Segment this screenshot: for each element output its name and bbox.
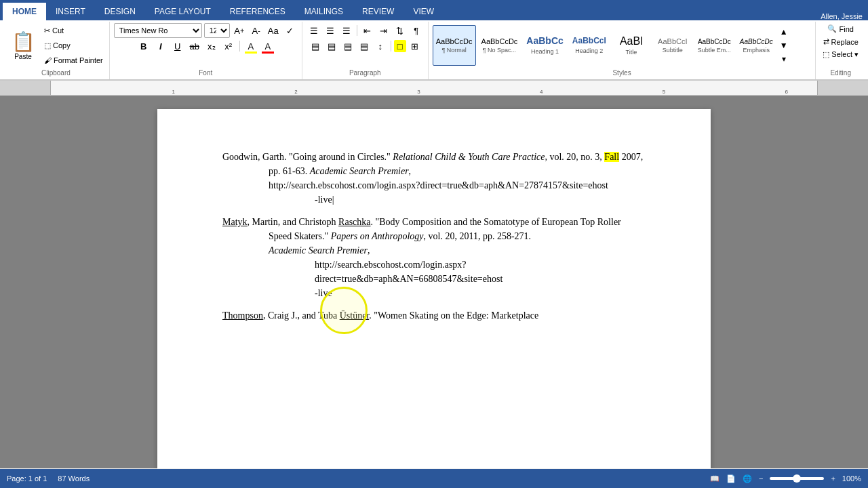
subscript-button[interactable]: x₂ (204, 39, 219, 54)
text-highlight-button[interactable]: A (243, 39, 258, 54)
style-subtle-emphasis[interactable]: AaBbCcDc Subtle Em... (694, 25, 734, 66)
select-label: Select ▾ (831, 50, 859, 59)
paragraph-label: Paragraph (307, 68, 424, 78)
font-name-select[interactable]: Times New Ro (114, 23, 202, 38)
increase-indent-button[interactable]: ⇥ (376, 23, 391, 38)
style-subtitle-label: Subtitle (663, 47, 683, 54)
tab-review[interactable]: REVIEW (353, 3, 403, 20)
ref1-url: http://search.ebscohost.com/login.aspx?d… (269, 178, 646, 207)
find-button[interactable]: 🔍 Find (825, 23, 856, 35)
increase-font-button[interactable]: A+ (232, 23, 247, 38)
font-label: Font (114, 68, 298, 78)
justify-button[interactable]: ▤ (357, 39, 372, 54)
style-heading1-label: Heading 1 (531, 48, 559, 55)
font-name-row: Times New Ro 12 A+ A- Aа ✓ (114, 23, 298, 38)
paste-button[interactable]: 📋 Paste (7, 23, 39, 68)
tab-page-layout[interactable]: PAGE LAYOUT (145, 3, 220, 20)
superscript-button[interactable]: x² (221, 39, 236, 54)
numbering-button[interactable]: ☰ (323, 23, 338, 38)
borders-button[interactable]: ⊞ (408, 39, 422, 54)
decrease-indent-button[interactable]: ⇤ (360, 23, 375, 38)
style-subtitle[interactable]: AaBbCcI Subtitle (653, 25, 692, 66)
editing-label: Editing (820, 68, 861, 78)
find-icon: 🔍 (827, 24, 837, 33)
copy-label: Copy (53, 41, 71, 49)
style-emphasis-sample: AaBbCcDc (740, 38, 773, 45)
reference-1[interactable]: Goodwin, Garth. "Going around in Circles… (222, 150, 646, 207)
multilevel-button[interactable]: ☰ (339, 23, 354, 38)
para-row1: ☰ ☰ ☰ ⇤ ⇥ ⇅ ¶ (307, 23, 424, 38)
font-format-row: B I U ab x₂ x² A A (136, 39, 275, 54)
tab-view[interactable]: VIEW (403, 3, 443, 20)
sort-button[interactable]: ⇅ (393, 23, 408, 38)
font-color-button[interactable]: A (260, 39, 275, 54)
tab-home[interactable]: HOME (3, 3, 46, 20)
font-group-content: Times New Ro 12 A+ A- Aа ✓ B I U ab x₂ (114, 23, 298, 68)
decrease-font-button[interactable]: A- (249, 23, 264, 38)
italic-button[interactable]: I (153, 39, 168, 54)
ribbon: HOME INSERT DESIGN PAGE LAYOUT REFERENCE… (0, 0, 868, 81)
tab-design[interactable]: DESIGN (95, 3, 145, 20)
ruler-mark-3: 3 (417, 89, 420, 95)
select-button[interactable]: ⬚ Select ▾ (820, 49, 861, 60)
show-hide-button[interactable]: ¶ (409, 23, 424, 38)
line-spacing-button[interactable]: ↕ (373, 39, 388, 54)
tab-insert[interactable]: INSERT (46, 3, 95, 20)
bold-button[interactable]: B (136, 39, 151, 54)
paste-icon: 📋 (12, 31, 34, 53)
replace-button[interactable]: ⇄ Replace (821, 36, 861, 47)
ruler-mark-2: 2 (294, 89, 297, 95)
align-right-button[interactable]: ▤ (340, 39, 355, 54)
format-painter-button[interactable]: 🖌 Format Painter (42, 56, 105, 65)
ruler-mark-1: 1 (172, 89, 175, 95)
style-title[interactable]: AaBl Title (612, 25, 651, 66)
tab-mailings[interactable]: MAILINGS (295, 3, 353, 20)
ruler-right-margin (817, 81, 868, 95)
document-page[interactable]: Goodwin, Garth. "Going around in Circles… (157, 109, 711, 468)
ustuner-underline: Üstüner (340, 310, 370, 321)
style-normal[interactable]: AaBbCcDc ¶ Normal (433, 25, 476, 66)
tab-bar: HOME INSERT DESIGN PAGE LAYOUT REFERENCE… (0, 0, 868, 20)
reference-2[interactable]: Matyk, Martin, and Christoph Raschka. "B… (222, 215, 646, 300)
underline-button[interactable]: U (170, 39, 185, 54)
doc-area[interactable]: Goodwin, Garth. "Going around in Circles… (0, 96, 868, 468)
find-label: Find (839, 25, 853, 33)
cursor: | (332, 195, 334, 205)
bullets-button[interactable]: ☰ (307, 23, 321, 38)
tab-references[interactable]: REFERENCES (220, 3, 295, 20)
change-case-button[interactable]: Aа (266, 23, 281, 38)
copy-button[interactable]: ⬚ Copy (42, 41, 105, 51)
font-size-select[interactable]: 12 (204, 23, 230, 38)
cut-button[interactable]: ✂ Cut (42, 26, 105, 36)
style-heading2[interactable]: AaBbCcI Heading 2 (569, 25, 610, 66)
copy-icon: ⬚ (44, 41, 51, 50)
align-center-button[interactable]: ▤ (324, 39, 339, 54)
ruler-mark-6: 6 (785, 89, 788, 95)
raschka-underline: Raschka (338, 217, 370, 227)
style-heading1[interactable]: AaBbCc Heading 1 (523, 25, 566, 66)
cut-label: Cut (52, 26, 64, 35)
format-painter-label: Format Painter (54, 56, 103, 64)
styles-group-content: AaBbCcDc ¶ Normal AaBbCcDc ¶ No Spac... … (433, 23, 789, 68)
strikethrough-button[interactable]: ab (187, 39, 202, 54)
style-heading1-sample: AaBbCc (526, 36, 563, 46)
clear-formatting-button[interactable]: ✓ (283, 23, 298, 38)
divider3 (391, 41, 391, 52)
style-title-sample: AaBl (620, 35, 643, 47)
styles-scroll[interactable]: ▲ ▼ ▾ (778, 25, 789, 66)
divider1 (239, 41, 240, 52)
style-no-spacing[interactable]: AaBbCcDc ¶ No Spac... (478, 25, 521, 66)
ruler-left-margin (0, 81, 51, 95)
font-group: Times New Ro 12 A+ A- Aа ✓ B I U ab x₂ (110, 22, 302, 79)
reference-3[interactable]: Thompson, Craig J., and Tuba Üstüner. "W… (222, 308, 646, 323)
ruler: 1 2 3 4 5 6 (0, 81, 868, 96)
style-emphasis[interactable]: AaBbCcDc Emphasis (736, 25, 776, 66)
align-left-button[interactable]: ▤ (308, 39, 323, 54)
ribbon-content: 📋 Paste ✂ Cut ⬚ Copy 🖌 Format Painter (0, 20, 868, 80)
style-heading2-sample: AaBbCcI (572, 37, 606, 45)
shading-button[interactable]: □ (394, 40, 406, 52)
style-emphasis-label: Emphasis (743, 47, 770, 54)
style-title-label: Title (625, 49, 637, 56)
matyk-underline: Matyk (222, 217, 248, 227)
style-heading2-label: Heading 2 (575, 47, 603, 54)
